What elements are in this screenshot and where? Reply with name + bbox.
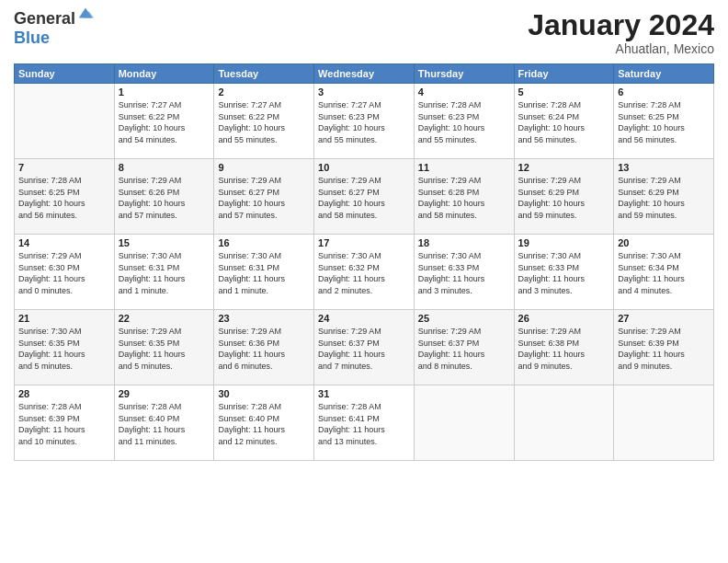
- table-row: [614, 385, 714, 461]
- col-sunday: Sunday: [15, 64, 115, 84]
- table-row: 1Sunrise: 7:27 AM Sunset: 6:22 PM Daylig…: [114, 84, 214, 159]
- calendar-week-row: 28Sunrise: 7:28 AM Sunset: 6:39 PM Dayli…: [15, 385, 714, 461]
- day-info: Sunrise: 7:28 AM Sunset: 6:24 PM Dayligh…: [518, 99, 610, 145]
- table-row: 5Sunrise: 7:28 AM Sunset: 6:24 PM Daylig…: [514, 84, 614, 159]
- col-saturday: Saturday: [614, 64, 714, 84]
- table-row: 29Sunrise: 7:28 AM Sunset: 6:40 PM Dayli…: [114, 385, 214, 461]
- table-row: 25Sunrise: 7:29 AM Sunset: 6:37 PM Dayli…: [414, 310, 514, 385]
- day-number: 1: [119, 86, 210, 98]
- day-info: Sunrise: 7:30 AM Sunset: 6:35 PM Dayligh…: [18, 326, 110, 372]
- table-row: [15, 84, 115, 159]
- logo-icon: [77, 5, 94, 21]
- table-row: 15Sunrise: 7:30 AM Sunset: 6:31 PM Dayli…: [114, 235, 214, 310]
- table-row: [514, 385, 614, 461]
- day-number: 8: [119, 162, 210, 173]
- table-row: 9Sunrise: 7:29 AM Sunset: 6:27 PM Daylig…: [214, 159, 314, 235]
- calendar-week-row: 1Sunrise: 7:27 AM Sunset: 6:22 PM Daylig…: [15, 84, 714, 159]
- day-info: Sunrise: 7:29 AM Sunset: 6:39 PM Dayligh…: [618, 326, 710, 372]
- day-info: Sunrise: 7:29 AM Sunset: 6:37 PM Dayligh…: [318, 326, 410, 372]
- table-row: 30Sunrise: 7:28 AM Sunset: 6:40 PM Dayli…: [214, 385, 314, 461]
- day-number: 16: [218, 237, 310, 248]
- day-info: Sunrise: 7:28 AM Sunset: 6:23 PM Dayligh…: [418, 99, 510, 145]
- table-row: 23Sunrise: 7:29 AM Sunset: 6:36 PM Dayli…: [214, 310, 314, 385]
- day-info: Sunrise: 7:29 AM Sunset: 6:26 PM Dayligh…: [119, 175, 210, 221]
- table-row: 21Sunrise: 7:30 AM Sunset: 6:35 PM Dayli…: [15, 310, 115, 385]
- day-info: Sunrise: 7:28 AM Sunset: 6:40 PM Dayligh…: [218, 401, 310, 447]
- day-number: 26: [518, 313, 610, 324]
- day-number: 20: [618, 237, 710, 248]
- day-number: 25: [418, 313, 510, 324]
- day-info: Sunrise: 7:29 AM Sunset: 6:35 PM Dayligh…: [119, 326, 210, 372]
- calendar-week-row: 7Sunrise: 7:28 AM Sunset: 6:25 PM Daylig…: [15, 159, 714, 235]
- day-info: Sunrise: 7:28 AM Sunset: 6:25 PM Dayligh…: [18, 175, 110, 221]
- day-number: 12: [518, 162, 610, 173]
- table-row: 17Sunrise: 7:30 AM Sunset: 6:32 PM Dayli…: [314, 235, 415, 310]
- day-number: 18: [418, 237, 510, 248]
- col-tuesday: Tuesday: [214, 64, 314, 84]
- day-info: Sunrise: 7:29 AM Sunset: 6:29 PM Dayligh…: [518, 175, 610, 221]
- day-number: 24: [318, 313, 410, 324]
- col-monday: Monday: [114, 64, 214, 84]
- day-info: Sunrise: 7:30 AM Sunset: 6:31 PM Dayligh…: [119, 250, 210, 296]
- calendar-week-row: 21Sunrise: 7:30 AM Sunset: 6:35 PM Dayli…: [15, 310, 714, 385]
- day-number: 28: [18, 388, 110, 399]
- header: General Blue January 2024 Ahuatlan, Mexi…: [14, 9, 714, 56]
- day-number: 11: [418, 162, 510, 173]
- day-info: Sunrise: 7:29 AM Sunset: 6:28 PM Dayligh…: [418, 175, 510, 221]
- table-row: 12Sunrise: 7:29 AM Sunset: 6:29 PM Dayli…: [514, 159, 614, 235]
- title-block: January 2024 Ahuatlan, Mexico: [528, 9, 714, 56]
- day-number: 17: [318, 237, 410, 248]
- table-row: 28Sunrise: 7:28 AM Sunset: 6:39 PM Dayli…: [15, 385, 115, 461]
- day-info: Sunrise: 7:29 AM Sunset: 6:27 PM Dayligh…: [318, 175, 410, 221]
- calendar-week-row: 14Sunrise: 7:29 AM Sunset: 6:30 PM Dayli…: [15, 235, 714, 310]
- day-number: 6: [618, 86, 710, 98]
- day-number: 7: [18, 162, 110, 173]
- day-info: Sunrise: 7:30 AM Sunset: 6:31 PM Dayligh…: [218, 250, 310, 296]
- day-number: 22: [119, 313, 210, 324]
- page: General Blue January 2024 Ahuatlan, Mexi…: [0, 0, 728, 563]
- table-row: 14Sunrise: 7:29 AM Sunset: 6:30 PM Dayli…: [15, 235, 115, 310]
- table-row: 16Sunrise: 7:30 AM Sunset: 6:31 PM Dayli…: [214, 235, 314, 310]
- subtitle: Ahuatlan, Mexico: [528, 41, 714, 56]
- day-number: 5: [518, 86, 610, 98]
- table-row: 2Sunrise: 7:27 AM Sunset: 6:22 PM Daylig…: [214, 84, 314, 159]
- table-row: 11Sunrise: 7:29 AM Sunset: 6:28 PM Dayli…: [414, 159, 514, 235]
- table-row: 7Sunrise: 7:28 AM Sunset: 6:25 PM Daylig…: [15, 159, 115, 235]
- day-number: 13: [618, 162, 710, 173]
- table-row: 6Sunrise: 7:28 AM Sunset: 6:25 PM Daylig…: [614, 84, 714, 159]
- table-row: 4Sunrise: 7:28 AM Sunset: 6:23 PM Daylig…: [414, 84, 514, 159]
- logo-blue-text: Blue: [14, 29, 50, 48]
- day-info: Sunrise: 7:29 AM Sunset: 6:38 PM Dayligh…: [518, 326, 610, 372]
- day-info: Sunrise: 7:30 AM Sunset: 6:33 PM Dayligh…: [418, 250, 510, 296]
- day-number: 4: [418, 86, 510, 98]
- table-row: 26Sunrise: 7:29 AM Sunset: 6:38 PM Dayli…: [514, 310, 614, 385]
- table-row: 20Sunrise: 7:30 AM Sunset: 6:34 PM Dayli…: [614, 235, 714, 310]
- table-row: 10Sunrise: 7:29 AM Sunset: 6:27 PM Dayli…: [314, 159, 415, 235]
- table-row: [414, 385, 514, 461]
- table-row: 27Sunrise: 7:29 AM Sunset: 6:39 PM Dayli…: [614, 310, 714, 385]
- calendar: Sunday Monday Tuesday Wednesday Thursday…: [14, 63, 714, 461]
- day-info: Sunrise: 7:29 AM Sunset: 6:36 PM Dayligh…: [218, 326, 310, 372]
- day-number: 3: [318, 86, 410, 98]
- day-number: 9: [218, 162, 310, 173]
- day-number: 19: [518, 237, 610, 248]
- table-row: 13Sunrise: 7:29 AM Sunset: 6:29 PM Dayli…: [614, 159, 714, 235]
- month-title: January 2024: [528, 9, 714, 41]
- col-friday: Friday: [514, 64, 614, 84]
- day-info: Sunrise: 7:29 AM Sunset: 6:37 PM Dayligh…: [418, 326, 510, 372]
- logo: General Blue: [14, 9, 94, 48]
- day-number: 21: [18, 313, 110, 324]
- table-row: 8Sunrise: 7:29 AM Sunset: 6:26 PM Daylig…: [114, 159, 214, 235]
- day-info: Sunrise: 7:28 AM Sunset: 6:39 PM Dayligh…: [18, 401, 110, 447]
- day-number: 15: [119, 237, 210, 248]
- day-info: Sunrise: 7:29 AM Sunset: 6:29 PM Dayligh…: [618, 175, 710, 221]
- calendar-header-row: Sunday Monday Tuesday Wednesday Thursday…: [15, 64, 714, 84]
- table-row: 31Sunrise: 7:28 AM Sunset: 6:41 PM Dayli…: [314, 385, 415, 461]
- col-thursday: Thursday: [414, 64, 514, 84]
- table-row: 3Sunrise: 7:27 AM Sunset: 6:23 PM Daylig…: [314, 84, 415, 159]
- day-number: 2: [218, 86, 310, 98]
- day-info: Sunrise: 7:30 AM Sunset: 6:33 PM Dayligh…: [518, 250, 610, 296]
- col-wednesday: Wednesday: [314, 64, 415, 84]
- day-info: Sunrise: 7:28 AM Sunset: 6:41 PM Dayligh…: [318, 401, 410, 447]
- day-info: Sunrise: 7:30 AM Sunset: 6:32 PM Dayligh…: [318, 250, 410, 296]
